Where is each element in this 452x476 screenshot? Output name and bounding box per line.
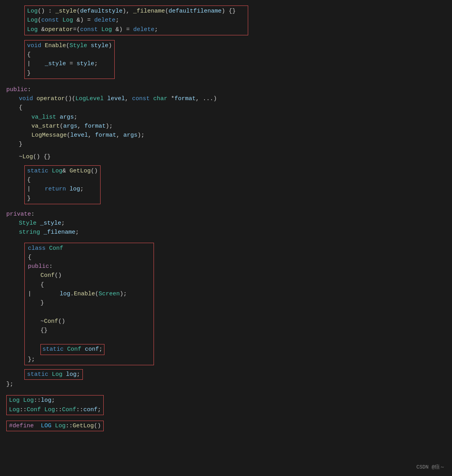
code-area: Log() : _style(defaultstyle), _filename(… xyxy=(6,5,446,447)
watermark: CSDN @疸～ xyxy=(416,463,445,471)
